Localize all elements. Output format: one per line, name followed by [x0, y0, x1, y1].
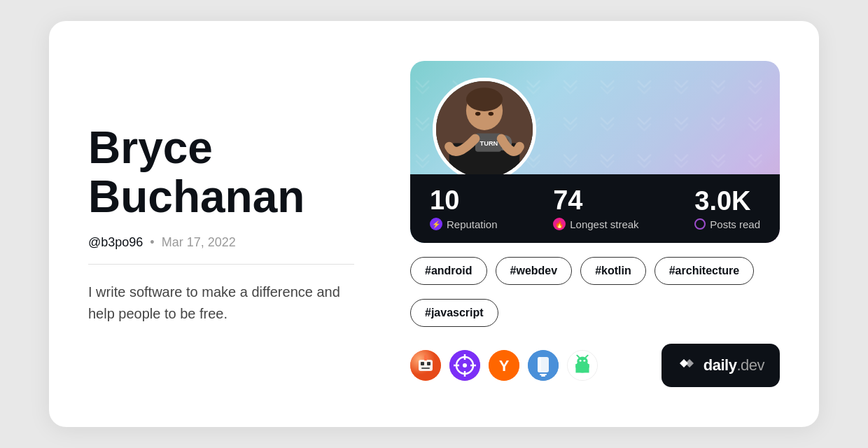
svg-point-35: [577, 357, 587, 366]
svg-rect-13: [427, 362, 430, 365]
posts-label: Posts read: [694, 218, 760, 230]
profile-card: Bryce Buchanan @b3po96 • Mar 17, 2022 I …: [49, 21, 819, 427]
streak-value: 74: [553, 187, 638, 214]
svg-point-36: [580, 360, 582, 362]
daily-branding: daily.dev: [662, 344, 780, 387]
source-yc-icon: Y: [489, 350, 519, 381]
user-meta: @b3po96 • Mar 17, 2022: [88, 235, 354, 250]
svg-rect-11: [419, 360, 433, 371]
reputation-icon: ⚡: [430, 218, 442, 230]
svg-rect-12: [421, 362, 424, 365]
join-date: Mar 17, 2022: [162, 235, 236, 250]
stat-streak: 74 🔥 Longest streak: [553, 187, 638, 230]
stats-bar: 10 ⚡ Reputation 74 🔥 Longest streak 3.0K: [410, 174, 780, 243]
sources-list: Y: [410, 350, 598, 381]
svg-text:Y: Y: [499, 357, 510, 374]
tags-row-2: #javascript: [410, 299, 780, 327]
stat-reputation: 10 ⚡ Reputation: [430, 187, 498, 230]
svg-point-16: [424, 355, 427, 358]
svg-rect-14: [421, 368, 430, 369]
reputation-value: 10: [430, 187, 498, 214]
svg-point-3: [466, 88, 503, 111]
left-section: Bryce Buchanan @b3po96 • Mar 17, 2022 I …: [88, 123, 354, 326]
sources-branding-row: Y: [410, 344, 780, 387]
source-droidcon-icon: [567, 350, 598, 381]
reputation-label: ⚡ Reputation: [430, 218, 498, 230]
streak-label: 🔥 Longest streak: [553, 218, 638, 230]
daily-logo-text: daily.dev: [704, 356, 764, 374]
stat-posts: 3.0K Posts read: [694, 188, 760, 230]
meta-dot: •: [150, 235, 154, 250]
svg-point-37: [583, 360, 585, 362]
tag-webdev[interactable]: #webdev: [496, 257, 573, 285]
source-pocket-icon: [528, 350, 559, 381]
tag-javascript[interactable]: #javascript: [410, 299, 498, 327]
posts-value: 3.0K: [694, 188, 760, 214]
avatar: TURN: [433, 78, 536, 181]
svg-point-6: [489, 112, 493, 116]
svg-point-5: [475, 112, 480, 116]
user-bio: I write software to make a difference an…: [88, 281, 354, 325]
tags-row: #android #webdev #kotlin #architecture: [410, 257, 780, 285]
profile-banner: TURN 10 ⚡ Reputation: [410, 61, 780, 243]
svg-rect-29: [540, 374, 547, 375]
svg-point-19: [463, 363, 467, 368]
tag-android[interactable]: #android: [410, 257, 487, 285]
username: @b3po96: [88, 235, 143, 250]
svg-text:TURN: TURN: [479, 140, 498, 147]
tag-kotlin[interactable]: #kotlin: [580, 257, 646, 285]
right-section: TURN 10 ⚡ Reputation: [410, 61, 780, 387]
posts-icon: [694, 218, 706, 230]
avatar-image: TURN: [436, 81, 533, 178]
tag-architecture[interactable]: #architecture: [654, 257, 755, 285]
user-name: Bryce Buchanan: [88, 123, 354, 222]
daily-logo-icon: [677, 354, 696, 377]
divider: [88, 264, 354, 265]
source-robot-icon: [410, 350, 441, 381]
svg-rect-28: [538, 357, 541, 372]
svg-rect-30: [541, 375, 545, 377]
streak-icon: 🔥: [553, 218, 566, 230]
source-crosshair-icon: [449, 350, 480, 381]
